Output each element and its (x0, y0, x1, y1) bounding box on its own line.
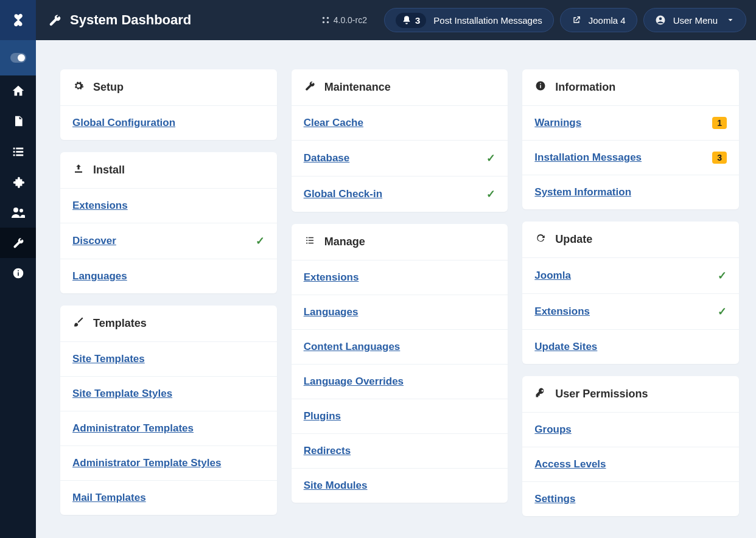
sidebar-item-help[interactable] (0, 258, 36, 288)
link-admin-template-styles[interactable]: Administrator Template Styles (72, 457, 221, 469)
notifications-pill[interactable]: 3 Post Installation Messages (384, 8, 554, 32)
link-system-information[interactable]: System Information (534, 186, 631, 198)
link-update-extensions[interactable]: Extensions (534, 306, 590, 318)
link-content-languages[interactable]: Content Languages (304, 341, 401, 353)
toggle-icon (10, 53, 26, 63)
link-installation-messages[interactable]: Installation Messages (534, 152, 642, 164)
list-item[interactable]: Settings (522, 481, 739, 516)
link-global-checkin[interactable]: Global Check-in (304, 188, 382, 200)
svg-point-14 (13, 208, 18, 212)
page-title: System Dashboard (70, 12, 191, 28)
card-title: Setup (93, 81, 124, 94)
card-head-install: Install (60, 152, 277, 188)
list-item[interactable]: Site Templates (60, 341, 277, 376)
list-item[interactable]: Database✓ (292, 140, 508, 176)
list-item[interactable]: Site Template Styles (60, 376, 277, 411)
column-1: Setup Global Configuration Install Exten… (60, 69, 277, 516)
list-item[interactable]: Global Check-in✓ (292, 176, 508, 212)
list-item[interactable]: Redirects (292, 433, 508, 468)
user-menu-pill[interactable]: User Menu (643, 8, 746, 32)
list-item[interactable]: Extensions (292, 260, 508, 295)
list-item[interactable]: Plugins (292, 399, 508, 433)
card-information: Information Warnings1 Installation Messa… (522, 69, 739, 209)
wrench-icon (12, 237, 24, 249)
sidebar-item-content[interactable] (0, 106, 36, 136)
list-item[interactable]: Mail Templates (60, 480, 277, 515)
notification-count: 3 (415, 15, 420, 26)
sidebar-item-menus[interactable] (0, 136, 36, 167)
list-item[interactable]: Language Overrides (292, 364, 508, 399)
link-language-overrides[interactable]: Language Overrides (304, 376, 404, 388)
link-settings[interactable]: Settings (534, 493, 575, 505)
list-item[interactable]: Joomla✓ (522, 257, 739, 293)
puzzle-icon (12, 175, 25, 189)
link-clear-cache[interactable]: Clear Cache (304, 117, 363, 129)
list-item[interactable]: Extensions (60, 188, 277, 223)
list-item[interactable]: Clear Cache (292, 105, 508, 140)
check-icon: ✓ (486, 152, 495, 165)
link-groups[interactable]: Groups (534, 424, 571, 436)
chevron-down-icon (726, 16, 735, 24)
sidebar-item-users[interactable] (0, 197, 36, 228)
card-maintenance: Maintenance Clear Cache Database✓ Global… (292, 69, 508, 212)
brand-block[interactable] (0, 0, 36, 40)
svg-rect-11 (16, 151, 23, 153)
list-item[interactable]: Content Languages (292, 329, 508, 364)
list-item[interactable]: Installation Messages3 (522, 140, 739, 175)
link-admin-templates[interactable]: Administrator Templates (72, 422, 194, 435)
link-manage-extensions[interactable]: Extensions (304, 271, 359, 284)
launch-label: Joomla 4 (589, 15, 626, 26)
title-block: System Dashboard (36, 12, 191, 28)
list-item[interactable]: Administrator Templates (60, 411, 277, 445)
sidebar-item-home[interactable] (0, 75, 36, 106)
link-update-sites[interactable]: Update Sites (534, 341, 597, 353)
svg-rect-21 (541, 83, 542, 85)
sidebar-item-components[interactable] (0, 167, 36, 197)
svg-point-2 (322, 21, 324, 24)
users-icon (11, 206, 26, 218)
list-item[interactable]: Discover✓ (60, 223, 277, 259)
link-access-levels[interactable]: Access Levels (534, 458, 606, 470)
version-label[interactable]: 4.0.0-rc2 (321, 15, 367, 25)
svg-rect-10 (13, 151, 15, 153)
link-manage-languages[interactable]: Languages (304, 306, 359, 318)
sidebar-toggle[interactable] (0, 40, 36, 75)
list-item[interactable]: System Information (522, 175, 739, 209)
svg-point-0 (322, 17, 324, 19)
launch-site-pill[interactable]: Joomla 4 (560, 8, 637, 32)
link-redirects[interactable]: Redirects (304, 445, 351, 457)
card-install: Install Extensions Discover✓ Languages (60, 152, 277, 293)
sidebar-item-system[interactable] (0, 228, 36, 258)
list-item[interactable]: Languages (292, 295, 508, 329)
card-title: Information (555, 81, 615, 94)
list-item[interactable]: Update Sites (522, 329, 739, 364)
link-site-templates[interactable]: Site Templates (72, 353, 145, 365)
svg-rect-8 (13, 148, 15, 150)
card-templates: Templates Site Templates Site Template S… (60, 306, 277, 515)
list-item[interactable]: Global Configuration (60, 105, 277, 140)
link-update-joomla[interactable]: Joomla (534, 270, 571, 282)
link-mail-templates[interactable]: Mail Templates (72, 492, 146, 504)
link-plugins[interactable]: Plugins (304, 410, 341, 422)
link-languages[interactable]: Languages (72, 270, 127, 282)
link-warnings[interactable]: Warnings (534, 117, 581, 129)
link-extensions[interactable]: Extensions (72, 200, 128, 212)
count-badge: 3 (712, 152, 727, 164)
list-item[interactable]: Access Levels (522, 447, 739, 481)
link-database[interactable]: Database (304, 152, 350, 164)
svg-rect-18 (18, 270, 19, 271)
list-item[interactable]: Groups (522, 412, 739, 447)
list-item[interactable]: Languages (60, 259, 277, 293)
list-item[interactable]: Extensions✓ (522, 293, 739, 329)
card-head-update: Update (522, 222, 739, 257)
list-item[interactable]: Site Modules (292, 468, 508, 503)
link-site-modules[interactable]: Site Modules (304, 480, 368, 492)
list-item[interactable]: Administrator Template Styles (60, 445, 277, 480)
link-global-configuration[interactable]: Global Configuration (72, 117, 175, 129)
svg-rect-17 (18, 272, 19, 276)
list-check-icon (304, 235, 316, 249)
list-item[interactable]: Warnings1 (522, 105, 739, 140)
link-discover[interactable]: Discover (72, 235, 116, 247)
svg-rect-20 (541, 85, 542, 88)
link-site-template-styles[interactable]: Site Template Styles (72, 388, 172, 400)
